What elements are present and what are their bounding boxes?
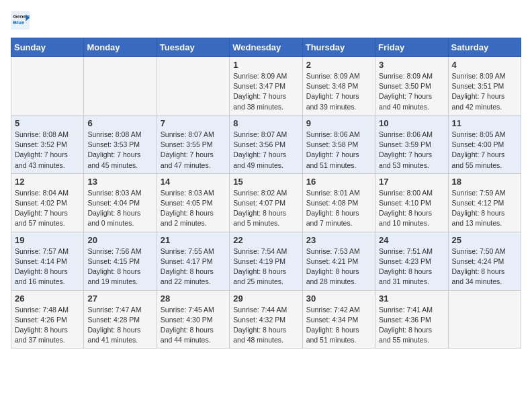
calendar-week-5: 26Sunrise: 7:48 AM Sunset: 4:26 PM Dayli… xyxy=(11,290,521,349)
day-number: 27 xyxy=(87,293,152,304)
calendar-cell: 14Sunrise: 8:03 AM Sunset: 4:05 PM Dayli… xyxy=(157,173,229,232)
calendar-cell: 10Sunrise: 8:06 AM Sunset: 3:59 PM Dayli… xyxy=(375,115,448,173)
calendar-cell: 31Sunrise: 7:41 AM Sunset: 4:36 PM Dayli… xyxy=(375,290,448,349)
calendar-cell: 2Sunrise: 8:09 AM Sunset: 3:48 PM Daylig… xyxy=(302,57,375,116)
day-number: 4 xyxy=(452,60,517,70)
day-number: 29 xyxy=(233,293,298,304)
calendar-week-3: 12Sunrise: 8:04 AM Sunset: 4:02 PM Dayli… xyxy=(11,173,521,232)
day-info: Sunrise: 7:56 AM Sunset: 4:15 PM Dayligh… xyxy=(87,246,152,287)
calendar-cell: 12Sunrise: 8:04 AM Sunset: 4:02 PM Dayli… xyxy=(11,173,84,232)
calendar-cell: 27Sunrise: 7:47 AM Sunset: 4:28 PM Dayli… xyxy=(84,290,157,349)
logo: General Blue xyxy=(11,11,32,30)
day-info: Sunrise: 7:57 AM Sunset: 4:14 PM Dayligh… xyxy=(15,246,80,287)
day-info: Sunrise: 8:09 AM Sunset: 3:51 PM Dayligh… xyxy=(452,71,517,112)
calendar-cell: 6Sunrise: 8:08 AM Sunset: 3:53 PM Daylig… xyxy=(84,115,157,173)
day-info: Sunrise: 7:59 AM Sunset: 4:12 PM Dayligh… xyxy=(452,188,517,229)
calendar-cell: 26Sunrise: 7:48 AM Sunset: 4:26 PM Dayli… xyxy=(11,290,84,349)
day-number: 7 xyxy=(161,118,226,128)
day-info: Sunrise: 8:09 AM Sunset: 3:47 PM Dayligh… xyxy=(233,71,298,112)
day-info: Sunrise: 7:50 AM Sunset: 4:24 PM Dayligh… xyxy=(452,246,517,287)
day-number: 10 xyxy=(379,118,444,128)
calendar-cell: 29Sunrise: 7:44 AM Sunset: 4:32 PM Dayli… xyxy=(230,290,302,349)
day-number: 18 xyxy=(452,177,517,187)
calendar-cell xyxy=(11,57,84,116)
day-info: Sunrise: 8:07 AM Sunset: 3:56 PM Dayligh… xyxy=(233,130,298,171)
day-info: Sunrise: 8:05 AM Sunset: 4:00 PM Dayligh… xyxy=(452,130,517,171)
calendar-cell xyxy=(157,57,229,116)
calendar-week-4: 19Sunrise: 7:57 AM Sunset: 4:14 PM Dayli… xyxy=(11,232,521,290)
day-info: Sunrise: 7:42 AM Sunset: 4:34 PM Dayligh… xyxy=(306,305,371,346)
day-number: 11 xyxy=(452,118,517,128)
calendar-body: 1Sunrise: 8:09 AM Sunset: 3:47 PM Daylig… xyxy=(11,57,521,349)
calendar-week-1: 1Sunrise: 8:09 AM Sunset: 3:47 PM Daylig… xyxy=(11,57,521,116)
calendar-cell: 20Sunrise: 7:56 AM Sunset: 4:15 PM Dayli… xyxy=(84,232,157,290)
day-info: Sunrise: 7:48 AM Sunset: 4:26 PM Dayligh… xyxy=(15,305,80,346)
day-info: Sunrise: 7:44 AM Sunset: 4:32 PM Dayligh… xyxy=(233,305,298,346)
day-info: Sunrise: 7:41 AM Sunset: 4:36 PM Dayligh… xyxy=(379,305,444,346)
day-info: Sunrise: 7:54 AM Sunset: 4:19 PM Dayligh… xyxy=(233,246,298,287)
calendar-cell: 7Sunrise: 8:07 AM Sunset: 3:55 PM Daylig… xyxy=(157,115,229,173)
weekday-sunday: Sunday xyxy=(11,38,84,57)
day-info: Sunrise: 7:47 AM Sunset: 4:28 PM Dayligh… xyxy=(87,305,152,346)
calendar-cell xyxy=(448,290,521,349)
day-info: Sunrise: 8:02 AM Sunset: 4:07 PM Dayligh… xyxy=(233,188,298,229)
day-info: Sunrise: 8:08 AM Sunset: 3:52 PM Dayligh… xyxy=(15,130,80,171)
day-info: Sunrise: 8:00 AM Sunset: 4:10 PM Dayligh… xyxy=(379,188,444,229)
day-info: Sunrise: 7:45 AM Sunset: 4:30 PM Dayligh… xyxy=(161,305,226,346)
weekday-friday: Friday xyxy=(375,38,448,57)
day-number: 21 xyxy=(161,235,226,245)
calendar-cell: 15Sunrise: 8:02 AM Sunset: 4:07 PM Dayli… xyxy=(230,173,302,232)
calendar-cell: 18Sunrise: 7:59 AM Sunset: 4:12 PM Dayli… xyxy=(448,173,521,232)
day-number: 17 xyxy=(379,177,444,187)
day-number: 20 xyxy=(87,235,152,245)
calendar-cell: 30Sunrise: 7:42 AM Sunset: 4:34 PM Dayli… xyxy=(302,290,375,349)
day-number: 22 xyxy=(233,235,298,245)
day-number: 23 xyxy=(306,235,371,245)
day-info: Sunrise: 8:01 AM Sunset: 4:08 PM Dayligh… xyxy=(306,188,371,229)
day-number: 1 xyxy=(233,60,298,70)
day-info: Sunrise: 8:09 AM Sunset: 3:48 PM Dayligh… xyxy=(306,71,371,112)
day-number: 26 xyxy=(15,293,80,304)
day-number: 19 xyxy=(15,235,80,245)
day-number: 31 xyxy=(379,293,444,304)
day-info: Sunrise: 7:51 AM Sunset: 4:23 PM Dayligh… xyxy=(379,246,444,287)
calendar-cell: 13Sunrise: 8:03 AM Sunset: 4:04 PM Dayli… xyxy=(84,173,157,232)
day-number: 15 xyxy=(233,177,298,187)
day-number: 2 xyxy=(306,60,371,70)
calendar-cell: 24Sunrise: 7:51 AM Sunset: 4:23 PM Dayli… xyxy=(375,232,448,290)
weekday-thursday: Thursday xyxy=(302,38,375,57)
day-number: 14 xyxy=(161,177,226,187)
day-info: Sunrise: 8:06 AM Sunset: 3:59 PM Dayligh… xyxy=(379,130,444,171)
day-number: 12 xyxy=(15,177,80,187)
day-number: 25 xyxy=(452,235,517,245)
day-info: Sunrise: 8:03 AM Sunset: 4:04 PM Dayligh… xyxy=(87,188,152,229)
calendar-cell: 3Sunrise: 8:09 AM Sunset: 3:50 PM Daylig… xyxy=(375,57,448,116)
svg-text:Blue: Blue xyxy=(13,19,25,26)
calendar-cell: 19Sunrise: 7:57 AM Sunset: 4:14 PM Dayli… xyxy=(11,232,84,290)
weekday-header-row: SundayMondayTuesdayWednesdayThursdayFrid… xyxy=(11,38,521,57)
calendar-cell: 23Sunrise: 7:53 AM Sunset: 4:21 PM Dayli… xyxy=(302,232,375,290)
day-info: Sunrise: 8:08 AM Sunset: 3:53 PM Dayligh… xyxy=(87,130,152,171)
day-number: 13 xyxy=(87,177,152,187)
weekday-wednesday: Wednesday xyxy=(230,38,302,57)
calendar-cell: 9Sunrise: 8:06 AM Sunset: 3:58 PM Daylig… xyxy=(302,115,375,173)
day-number: 3 xyxy=(379,60,444,70)
weekday-tuesday: Tuesday xyxy=(157,38,229,57)
weekday-monday: Monday xyxy=(84,38,157,57)
calendar-cell: 16Sunrise: 8:01 AM Sunset: 4:08 PM Dayli… xyxy=(302,173,375,232)
day-info: Sunrise: 7:55 AM Sunset: 4:17 PM Dayligh… xyxy=(161,246,226,287)
calendar-cell xyxy=(84,57,157,116)
calendar-cell: 21Sunrise: 7:55 AM Sunset: 4:17 PM Dayli… xyxy=(157,232,229,290)
day-info: Sunrise: 8:06 AM Sunset: 3:58 PM Dayligh… xyxy=(306,130,371,171)
day-number: 5 xyxy=(15,118,80,128)
day-info: Sunrise: 8:03 AM Sunset: 4:05 PM Dayligh… xyxy=(161,188,226,229)
day-info: Sunrise: 7:53 AM Sunset: 4:21 PM Dayligh… xyxy=(306,246,371,287)
calendar-cell: 8Sunrise: 8:07 AM Sunset: 3:56 PM Daylig… xyxy=(230,115,302,173)
calendar-cell: 17Sunrise: 8:00 AM Sunset: 4:10 PM Dayli… xyxy=(375,173,448,232)
day-info: Sunrise: 8:09 AM Sunset: 3:50 PM Dayligh… xyxy=(379,71,444,112)
day-number: 16 xyxy=(306,177,371,187)
calendar-cell: 28Sunrise: 7:45 AM Sunset: 4:30 PM Dayli… xyxy=(157,290,229,349)
calendar-cell: 25Sunrise: 7:50 AM Sunset: 4:24 PM Dayli… xyxy=(448,232,521,290)
day-number: 6 xyxy=(87,118,152,128)
day-number: 28 xyxy=(161,293,226,304)
